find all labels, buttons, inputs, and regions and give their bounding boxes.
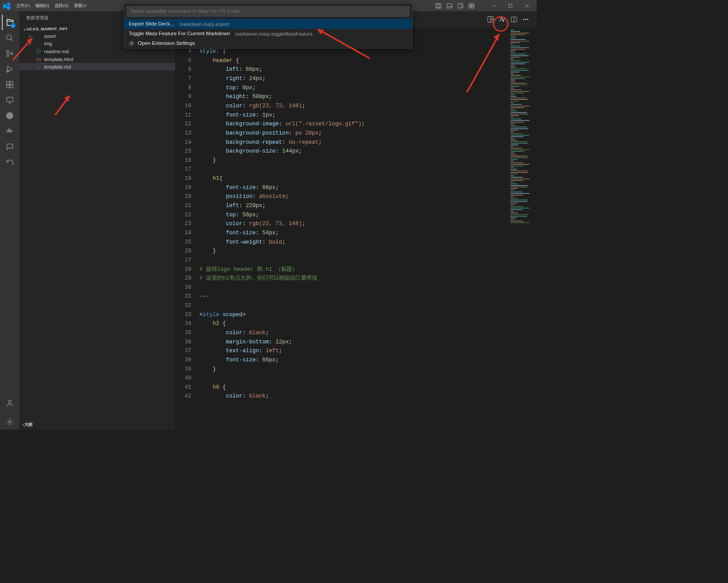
- svg-rect-22: [10, 81, 13, 84]
- activity-search-icon[interactable]: [2, 30, 17, 46]
- svg-point-18: [11, 52, 13, 55]
- line-gutter: 2345678910111213141516171819202122232425…: [175, 28, 199, 430]
- svg-line-15: [11, 39, 13, 41]
- svg-point-17: [7, 55, 9, 57]
- main-area: 1 资源管理器 ⌄UCAS_MARPIT_PPT ›asset›imgⓘread…: [0, 11, 537, 430]
- menu-select[interactable]: 选择(S): [52, 3, 71, 8]
- svg-point-41: [527, 19, 528, 20]
- svg-rect-0: [436, 4, 441, 8]
- layout-centered-icon[interactable]: [434, 1, 443, 11]
- svg-rect-7: [472, 4, 474, 5]
- activity-debug-icon[interactable]: [2, 61, 17, 77]
- svg-point-33: [9, 421, 11, 423]
- activity-explorer-icon[interactable]: 1: [2, 15, 17, 30]
- svg-point-42: [131, 43, 132, 44]
- svg-rect-8: [469, 6, 471, 8]
- menu-edit[interactable]: 编辑(E): [33, 3, 52, 8]
- project-name: UCAS_MARPIT_PPT: [26, 26, 67, 31]
- sidebar-outline-header[interactable]: ›大纲: [19, 420, 175, 430]
- svg-rect-2: [447, 4, 452, 8]
- editor-area: 2345678910111213141516171819202122232425…: [175, 11, 537, 430]
- tree-item-template.html[interactable]: <>template.html: [19, 55, 175, 63]
- window-close-button[interactable]: [519, 0, 534, 11]
- code-content[interactable]: marp: falsepaginate: turestyle: | header…: [199, 28, 509, 430]
- menu-view[interactable]: 查看(V: [71, 3, 89, 8]
- vscode-icon: [3, 2, 11, 10]
- layout-grid-icon[interactable]: [467, 1, 476, 11]
- svg-point-32: [8, 401, 11, 403]
- svg-point-14: [7, 35, 11, 40]
- explorer-badge: 1: [11, 23, 16, 28]
- more-actions-icon[interactable]: [521, 15, 530, 24]
- tree-item-template.md[interactable]: ↓template.md: [19, 63, 175, 70]
- svg-point-39: [523, 19, 524, 20]
- palette-item[interactable]: Export Slide Deck...markdown.marp.export: [124, 19, 412, 29]
- split-editor-icon[interactable]: [509, 15, 519, 24]
- layout-panel-bottom-icon[interactable]: [445, 1, 454, 11]
- palette-item[interactable]: Toggle Marp Feature For Current Markdown…: [124, 29, 412, 39]
- marp-icon[interactable]: [498, 15, 507, 24]
- svg-rect-9: [472, 6, 474, 8]
- svg-point-27: [6, 112, 13, 119]
- sidebar: 资源管理器 ⌄UCAS_MARPIT_PPT ›asset›imgⓘreadme…: [19, 11, 175, 430]
- svg-rect-25: [7, 97, 13, 102]
- svg-rect-21: [7, 81, 9, 84]
- preview-icon[interactable]: [486, 15, 495, 24]
- editor-body: 2345678910111213141516171819202122232425…: [175, 28, 537, 430]
- command-palette: Export Slide Deck...markdown.marp.export…: [124, 3, 413, 48]
- activity-docker-icon[interactable]: [2, 124, 17, 139]
- svg-rect-6: [469, 4, 471, 5]
- svg-point-16: [7, 50, 9, 52]
- activity-timeline-icon[interactable]: [2, 155, 17, 170]
- palette-item[interactable]: Open Extension Settings: [124, 39, 412, 48]
- activity-github-icon[interactable]: [2, 108, 17, 123]
- svg-point-36: [491, 18, 493, 20]
- minimap[interactable]: [509, 28, 537, 430]
- svg-rect-1: [437, 4, 439, 8]
- svg-rect-4: [458, 4, 463, 8]
- activity-scm-icon[interactable]: [2, 46, 17, 61]
- activity-account-icon[interactable]: [2, 395, 17, 411]
- svg-rect-30: [11, 131, 12, 132]
- svg-rect-24: [10, 85, 13, 87]
- layout-sidebar-right-icon[interactable]: [456, 1, 465, 11]
- window-minimize-button[interactable]: [487, 0, 501, 11]
- activitybar: 1: [0, 11, 19, 430]
- activity-remote-icon[interactable]: [2, 92, 17, 108]
- activity-settings-icon[interactable]: [2, 414, 17, 430]
- svg-rect-28: [7, 131, 8, 132]
- svg-rect-23: [7, 85, 9, 87]
- activity-comment-icon[interactable]: [2, 139, 17, 154]
- activity-extensions-icon[interactable]: [2, 77, 17, 92]
- menu-file[interactable]: 文件(F): [14, 3, 33, 8]
- window-maximize-button[interactable]: [503, 0, 517, 11]
- svg-rect-29: [9, 131, 10, 132]
- outline-label: 大纲: [24, 423, 33, 427]
- svg-rect-31: [9, 129, 10, 130]
- svg-point-40: [525, 19, 527, 20]
- command-palette-input[interactable]: [127, 6, 410, 17]
- svg-rect-11: [509, 4, 512, 7]
